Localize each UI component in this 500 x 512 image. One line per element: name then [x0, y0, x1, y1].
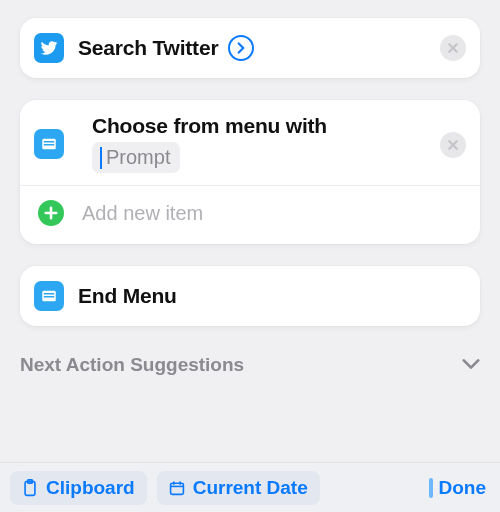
menu-icon — [34, 281, 64, 311]
twitter-icon — [34, 33, 64, 63]
action-card-search-twitter: Search Twitter — [20, 18, 480, 78]
text-cursor-icon — [100, 147, 102, 169]
suggestion-chip-current-date[interactable]: Current Date — [157, 471, 320, 505]
disclosure-chevron-icon[interactable] — [228, 35, 254, 61]
action-card-end-menu: End Menu — [20, 266, 480, 326]
svg-rect-2 — [44, 144, 55, 146]
done-indicator-icon — [429, 478, 433, 498]
chip-label: Current Date — [193, 477, 308, 499]
calendar-icon — [169, 479, 185, 497]
suggestion-chip-clipboard[interactable]: Clipboard — [10, 471, 147, 505]
svg-rect-5 — [44, 296, 55, 298]
remove-action-button[interactable] — [440, 35, 466, 61]
done-label: Done — [439, 477, 487, 499]
action-title: Choose from menu with — [92, 114, 440, 138]
action-row[interactable]: End Menu — [20, 266, 480, 326]
add-item-label: Add new item — [82, 202, 203, 225]
chevron-down-icon — [462, 356, 480, 374]
menu-icon — [34, 129, 64, 159]
keyboard-accessory-bar: Clipboard Current Date Done — [0, 462, 500, 512]
action-title: Search Twitter — [78, 36, 218, 60]
keyboard-done-button[interactable]: Done — [429, 477, 491, 499]
prompt-token-label: Prompt — [106, 146, 170, 169]
action-title: End Menu — [78, 284, 177, 308]
svg-rect-8 — [170, 483, 183, 494]
action-row[interactable]: Search Twitter — [20, 18, 480, 78]
svg-rect-1 — [44, 141, 55, 143]
action-card-choose-from-menu: Choose from menu with Prompt Add new ite… — [20, 100, 480, 244]
suggestions-title: Next Action Suggestions — [20, 354, 244, 376]
clipboard-icon — [22, 479, 38, 497]
remove-action-button[interactable] — [440, 132, 466, 158]
add-menu-item-button[interactable]: Add new item — [20, 186, 480, 244]
plus-icon — [38, 200, 64, 226]
action-row[interactable]: Choose from menu with Prompt — [20, 100, 480, 177]
chip-label: Clipboard — [46, 477, 135, 499]
prompt-token-field[interactable]: Prompt — [92, 142, 180, 173]
suggestions-header[interactable]: Next Action Suggestions — [0, 348, 500, 386]
svg-rect-4 — [44, 293, 55, 295]
